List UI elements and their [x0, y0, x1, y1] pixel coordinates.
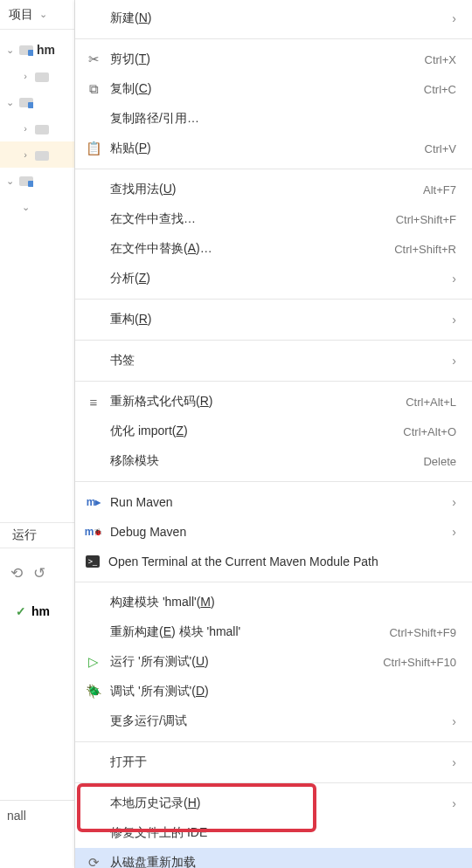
- folder-icon: [35, 70, 49, 82]
- menu-separator: [75, 169, 472, 169]
- menu-open-in[interactable]: 打开于 ›: [75, 747, 472, 777]
- menu-reformat-code[interactable]: ≡ 重新格式化代码(R) Ctrl+Alt+L: [75, 387, 472, 417]
- menu-copy[interactable]: ⧉ 复制(C) Ctrl+C: [75, 74, 472, 104]
- menu-refactor[interactable]: 重构(R) ›: [75, 305, 472, 334]
- shortcut: Ctrl+Shift+F10: [383, 656, 456, 669]
- tree-row[interactable]: [0, 63, 74, 89]
- menu-rebuild-module[interactable]: 重新构建(E) 模块 'hmall' Ctrl+Shift+F9: [75, 617, 472, 647]
- bottom-tab-label: nall: [7, 809, 26, 823]
- menu-label: 重新构建(E) 模块 'hmall': [110, 624, 380, 640]
- submenu-arrow-icon: ›: [452, 714, 456, 728]
- tree-row[interactable]: hm: [0, 37, 74, 63]
- menu-analyze[interactable]: 分析(Z) ›: [75, 264, 472, 293]
- submenu-arrow-icon: ›: [452, 313, 456, 327]
- submenu-arrow-icon: ›: [452, 11, 456, 25]
- tree-row[interactable]: [0, 141, 74, 168]
- paste-icon: 📋: [86, 141, 101, 156]
- step-icon[interactable]: ↺: [33, 564, 45, 582]
- chevron-right-icon: [19, 149, 31, 160]
- menu-label: 本地历史记录(H): [110, 796, 443, 811]
- project-header[interactable]: 项目: [0, 0, 74, 30]
- menu-label: 从磁盘重新加载: [110, 855, 456, 868]
- run-label: 运行: [12, 527, 37, 543]
- menu-label: 构建模块 'hmall'(M): [110, 595, 456, 610]
- menu-separator: [75, 38, 472, 39]
- folder-icon: [35, 148, 49, 161]
- menu-label: 更多运行/调试: [110, 713, 443, 729]
- maven-debug-icon: m🐞: [86, 526, 101, 538]
- menu-label: 在文件中替换(A)…: [110, 241, 385, 257]
- tree-row[interactable]: [0, 89, 74, 115]
- menu-find-in-files[interactable]: 在文件中查找… Ctrl+Shift+F: [75, 204, 472, 234]
- menu-debug-maven[interactable]: m🐞 Debug Maven ›: [75, 517, 472, 547]
- menu-label: 移除模块: [110, 453, 414, 469]
- menu-separator: [75, 582, 472, 582]
- copy-icon: ⧉: [86, 81, 101, 97]
- shortcut: Alt+F7: [423, 183, 456, 196]
- submenu-arrow-icon: ›: [452, 755, 456, 769]
- refresh-icon: ⟳: [86, 855, 101, 868]
- submenu-arrow-icon: ›: [452, 525, 456, 539]
- svg-rect-8: [28, 181, 33, 187]
- svg-rect-6: [35, 151, 49, 161]
- menu-label: 新建(N): [110, 10, 443, 26]
- submenu-arrow-icon: ›: [452, 354, 456, 368]
- tree-row[interactable]: [0, 194, 74, 220]
- chevron-down-icon: [19, 202, 31, 213]
- menu-find-usages[interactable]: 查找用法(U) Alt+F7: [75, 175, 472, 204]
- menu-open-terminal-maven[interactable]: >_ Open Terminal at the Current Maven Mo…: [75, 547, 472, 576]
- menu-separator: [75, 481, 472, 482]
- menu-label: Open Terminal at the Current Maven Modul…: [108, 555, 456, 568]
- menu-run-tests[interactable]: ▷ 运行 '所有测试'(U) Ctrl+Shift+F10: [75, 647, 472, 677]
- menu-label: 查找用法(U): [110, 182, 414, 197]
- chevron-down-icon: [37, 9, 49, 20]
- rerun-icon[interactable]: ⟲: [10, 564, 23, 582]
- project-tree[interactable]: hm: [0, 30, 74, 220]
- shortcut: Ctrl+X: [425, 53, 456, 66]
- menu-label: 粘贴(P): [110, 141, 416, 156]
- chevron-right-icon: [19, 123, 31, 134]
- menu-label: Run Maven: [110, 495, 443, 509]
- run-item[interactable]: ✓ hm: [16, 604, 50, 618]
- menu-label: Debug Maven: [110, 525, 443, 539]
- menu-more-run[interactable]: 更多运行/调试 ›: [75, 706, 472, 736]
- menu-remove-module[interactable]: 移除模块 Delete: [75, 446, 472, 476]
- chevron-down-icon: [3, 176, 16, 187]
- folder-icon: [19, 175, 33, 187]
- folder-icon: [19, 96, 33, 108]
- shortcut: Ctrl+Alt+O: [403, 425, 456, 438]
- menu-label: 重构(R): [110, 312, 443, 327]
- menu-run-maven[interactable]: m▶ Run Maven ›: [75, 487, 472, 517]
- terminal-icon: >_: [86, 555, 100, 568]
- folder-icon: [19, 44, 33, 56]
- menu-replace-in-files[interactable]: 在文件中替换(A)… Ctrl+Shift+R: [75, 234, 472, 264]
- shortcut: Ctrl+Alt+L: [406, 396, 456, 409]
- menu-separator: [75, 381, 472, 382]
- menu-new[interactable]: 新建(N) ›: [75, 3, 472, 33]
- menu-label: 复制(C): [110, 81, 415, 97]
- menu-label: 重新格式化代码(R): [110, 394, 397, 410]
- project-label: 项目: [9, 7, 33, 23]
- menu-label: 复制路径/引用…: [110, 111, 456, 127]
- menu-optimize-imports[interactable]: 优化 import(Z) Ctrl+Alt+O: [75, 417, 472, 446]
- tree-row[interactable]: [0, 168, 74, 194]
- menu-copy-path[interactable]: 复制路径/引用…: [75, 104, 472, 134]
- menu-reload-from-disk[interactable]: ⟳ 从磁盘重新加载: [75, 848, 472, 868]
- run-tool-header[interactable]: 运行: [0, 522, 75, 548]
- shortcut: Ctrl+Shift+F: [396, 213, 456, 226]
- menu-label: 打开于: [110, 754, 443, 770]
- svg-rect-1: [28, 50, 33, 56]
- menu-label: 运行 '所有测试'(U): [110, 654, 374, 670]
- menu-debug-tests[interactable]: 🪲 调试 '所有测试'(D): [75, 677, 472, 706]
- bottom-tab[interactable]: nall: [0, 800, 75, 830]
- tree-row[interactable]: [0, 115, 74, 141]
- menu-paste[interactable]: 📋 粘贴(P) Ctrl+V: [75, 134, 472, 163]
- menu-local-history[interactable]: 本地历史记录(H) ›: [75, 789, 472, 818]
- menu-build-module[interactable]: 构建模块 'hmall'(M): [75, 588, 472, 617]
- chevron-down-icon: [3, 45, 16, 56]
- menu-repair-ide[interactable]: 修复文件上的 IDE: [75, 818, 472, 848]
- menu-bookmarks[interactable]: 书签 ›: [75, 346, 472, 375]
- menu-cut[interactable]: ✂ 剪切(T) Ctrl+X: [75, 45, 472, 74]
- menu-separator: [75, 299, 472, 300]
- chevron-down-icon: [3, 97, 16, 108]
